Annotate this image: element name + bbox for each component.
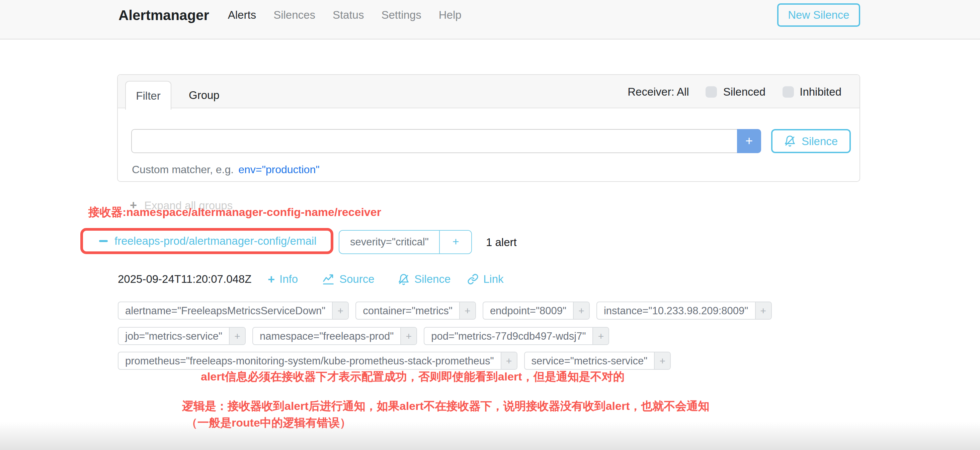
checkbox-icon[interactable]: [782, 86, 794, 97]
add-filter-button[interactable]: +: [332, 302, 348, 319]
app-brand: Alertmanager: [118, 7, 209, 23]
group-matcher-add-button[interactable]: +: [439, 231, 472, 254]
alert-link-link[interactable]: Link: [467, 273, 504, 285]
add-filter-button[interactable]: +: [229, 328, 245, 344]
bottom-shadow: [0, 422, 980, 450]
group-matcher-text: severity="critical": [339, 231, 439, 254]
alert-count: 1 alert: [486, 230, 517, 254]
alert-info-link[interactable]: + Info: [268, 273, 298, 285]
add-filter-button[interactable]: +: [400, 328, 416, 344]
silence-button-label: Silence: [802, 135, 838, 147]
add-filter-button[interactable]: +: [459, 302, 475, 319]
alert-label-text: namespace="freeleaps-prod": [253, 328, 400, 344]
checkbox-icon[interactable]: [706, 86, 717, 97]
add-filter-button[interactable]: +: [500, 352, 517, 369]
silence-button[interactable]: Silence: [771, 129, 851, 153]
add-filter-button[interactable]: +: [573, 302, 589, 319]
alert-label-row: job="metrics-service" + namespace="freel…: [118, 327, 609, 345]
filter-panel-header: Filter Group Receiver: All Silenced Inhi…: [118, 75, 859, 108]
annotation-config-note: alert信息必须在接收器下才表示配置成功，否则即使能看到alert，但是通知是…: [201, 369, 625, 385]
add-matcher-button[interactable]: +: [737, 129, 761, 153]
alert-label-tag: job="metrics-service" +: [118, 327, 246, 345]
add-filter-button[interactable]: +: [654, 352, 670, 369]
bell-slash-icon: [784, 135, 796, 147]
alert-label-text: service="metrics-service": [525, 352, 654, 369]
new-silence-button[interactable]: New Silence: [777, 3, 860, 27]
alert-label-tag: pod="metrics-77d9cdb497-wdsj7" +: [424, 327, 609, 345]
collapse-icon: [99, 240, 108, 242]
alert-source-label: Source: [339, 273, 374, 285]
add-filter-button[interactable]: +: [593, 328, 609, 344]
alert-label-row: prometheus="freeleaps-monitoring-system/…: [118, 352, 671, 370]
filter-panel: Filter Group Receiver: All Silenced Inhi…: [117, 74, 860, 182]
alert-group-name: freeleaps-prod/alertmanager-config/email: [115, 235, 317, 247]
silenced-checkbox-label: Silenced: [723, 85, 766, 98]
silenced-checkbox[interactable]: Silenced: [706, 85, 766, 98]
alert-label-tag: service="metrics-service" +: [524, 352, 671, 370]
inhibited-checkbox-label: Inhibited: [800, 85, 842, 98]
alert-label-tag: prometheus="freeleaps-monitoring-system/…: [118, 352, 517, 370]
nav-item-silences[interactable]: Silences: [274, 9, 315, 21]
annotation-route-note: （一般是route中的逻辑有错误）: [186, 415, 351, 431]
alert-label-row: alertname="FreeleapsMetricsServiceDown" …: [118, 301, 772, 320]
receiver-filter-label[interactable]: Receiver: All: [628, 85, 689, 98]
alert-label-text: prometheus="freeleaps-monitoring-system/…: [118, 352, 500, 369]
tab-filter-label: Filter: [136, 89, 160, 102]
alert-label-text: job="metrics-service": [118, 328, 229, 344]
tab-group-label: Group: [189, 89, 220, 101]
alert-silence-label: Silence: [414, 273, 450, 285]
add-filter-button[interactable]: +: [755, 302, 771, 319]
nav-item-settings[interactable]: Settings: [381, 9, 421, 21]
nav-item-help[interactable]: Help: [439, 9, 461, 21]
inhibited-checkbox[interactable]: Inhibited: [782, 85, 842, 98]
matcher-example-link[interactable]: env="production": [238, 164, 319, 176]
tab-group[interactable]: Group: [180, 81, 229, 109]
alert-label-text: container="metrics": [356, 302, 459, 319]
alert-timestamp: 2025-09-24T11:20:07.048Z: [118, 273, 251, 285]
matcher-helper-text: Custom matcher, e.g.: [132, 164, 234, 176]
matcher-input[interactable]: [131, 129, 737, 153]
alert-label-text: instance="10.233.98.209:8009": [597, 302, 755, 319]
alert-label-tag: instance="10.233.98.209:8009" +: [597, 301, 772, 320]
alert-row: 2025-09-24T11:20:07.048Z + Info Source S…: [0, 273, 980, 289]
nav-item-alerts[interactable]: Alerts: [228, 9, 256, 21]
alert-label-text: alertname="FreeleapsMetricsServiceDown": [118, 302, 332, 319]
navbar: Alertmanager Alerts Silences Status Sett…: [0, 0, 980, 40]
alert-label-tag: container="metrics" +: [355, 301, 476, 320]
annotation-highlight-box: freeleaps-prod/alertmanager-config/email: [80, 228, 333, 254]
chart-line-icon: [322, 273, 335, 285]
alert-info-label: Info: [280, 273, 298, 285]
alert-label-tag: endpoint="8009" +: [483, 301, 590, 320]
link-icon: [467, 274, 479, 285]
annotation-receiver-note: 接收器:namespace/altermanager-config-name/r…: [88, 204, 381, 220]
alert-label-text: pod="metrics-77d9cdb497-wdsj7": [425, 328, 592, 344]
group-matcher-tag: severity="critical" +: [339, 230, 472, 254]
bell-slash-icon: [398, 273, 410, 285]
alert-source-link[interactable]: Source: [322, 273, 374, 285]
annotation-logic-note: 逻辑是：接收器收到alert后进行通知，如果alert不在接收器下，说明接收器没…: [182, 399, 709, 414]
alert-link-label: Link: [483, 273, 504, 285]
alert-label-text: endpoint="8009": [483, 302, 573, 319]
alert-label-tag: alertname="FreeleapsMetricsServiceDown" …: [118, 301, 349, 320]
plus-icon: +: [268, 273, 275, 285]
tab-filter[interactable]: Filter: [125, 81, 171, 110]
alert-silence-link[interactable]: Silence: [398, 273, 450, 285]
nav-item-status[interactable]: Status: [333, 9, 364, 21]
alert-group-toggle[interactable]: freeleaps-prod/alertmanager-config/email: [83, 231, 331, 251]
alert-label-tag: namespace="freeleaps-prod" +: [252, 327, 417, 345]
